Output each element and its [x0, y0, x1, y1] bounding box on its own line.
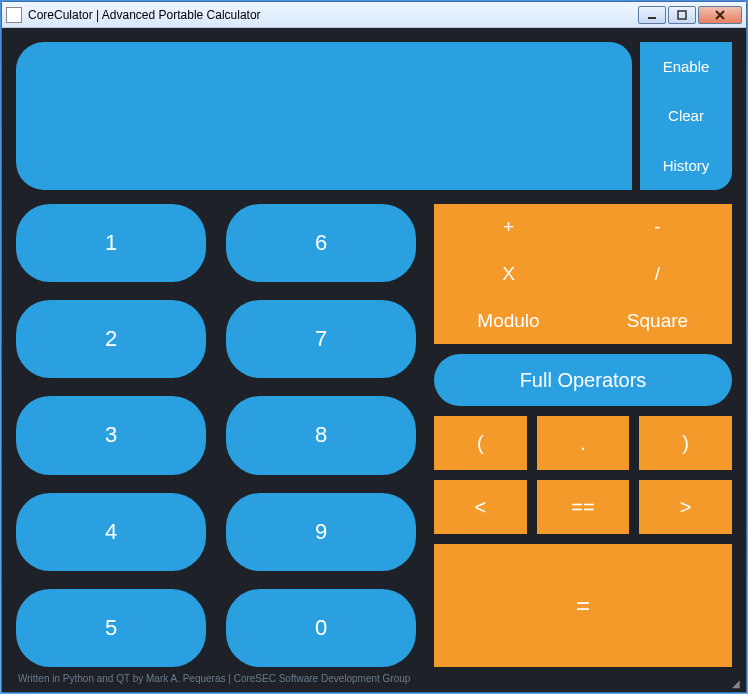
footer-credits: Written in Python and QT by Mark A. Pequ…	[16, 667, 732, 686]
digit-6-button[interactable]: 6	[226, 204, 416, 282]
digit-5-button[interactable]: 5	[16, 589, 206, 667]
minus-button[interactable]: -	[583, 204, 732, 251]
clear-button[interactable]: Clear	[640, 91, 732, 140]
main-area: 1 6 2 7 3 8 4 9 5 0 + - X / Modulo Squar…	[16, 204, 732, 667]
close-icon	[714, 9, 726, 21]
maximize-button[interactable]	[668, 6, 696, 24]
basic-operators-block: + - X / Modulo Square	[434, 204, 732, 344]
modulo-button[interactable]: Modulo	[434, 297, 583, 344]
digit-1-button[interactable]: 1	[16, 204, 206, 282]
svg-rect-0	[648, 17, 656, 19]
open-paren-button[interactable]: (	[434, 416, 527, 470]
digit-4-button[interactable]: 4	[16, 493, 206, 571]
minimize-icon	[647, 10, 657, 20]
display-side-buttons: Enable Clear History	[640, 42, 732, 190]
app-window: CoreCulator | Advanced Portable Calculat…	[1, 1, 747, 693]
less-than-button[interactable]: <	[434, 480, 527, 534]
digit-0-button[interactable]: 0	[226, 589, 416, 667]
numeric-keypad: 1 6 2 7 3 8 4 9 5 0	[16, 204, 416, 667]
close-button[interactable]	[698, 6, 742, 24]
plus-button[interactable]: +	[434, 204, 583, 251]
app-icon	[6, 7, 22, 23]
equals-button[interactable]: =	[434, 544, 732, 667]
titlebar: CoreCulator | Advanced Portable Calculat…	[2, 2, 746, 28]
digit-7-button[interactable]: 7	[226, 300, 416, 378]
history-button[interactable]: History	[640, 141, 732, 190]
dot-button[interactable]: .	[537, 416, 630, 470]
greater-than-button[interactable]: >	[639, 480, 732, 534]
display-row: Enable Clear History	[16, 42, 732, 190]
close-paren-button[interactable]: )	[639, 416, 732, 470]
full-operators-button[interactable]: Full Operators	[434, 354, 732, 406]
operator-panel: + - X / Modulo Square Full Operators ( .…	[434, 204, 732, 667]
minimize-button[interactable]	[638, 6, 666, 24]
digit-8-button[interactable]: 8	[226, 396, 416, 474]
enable-button[interactable]: Enable	[640, 42, 732, 91]
client-area: Enable Clear History 1 6 2 7 3 8 4 9 5 0…	[2, 28, 746, 692]
digit-2-button[interactable]: 2	[16, 300, 206, 378]
digit-9-button[interactable]: 9	[226, 493, 416, 571]
compare-row: < == >	[434, 480, 732, 534]
resize-grip-icon[interactable]: ◢	[732, 678, 744, 690]
paren-row: ( . )	[434, 416, 732, 470]
divide-button[interactable]: /	[583, 251, 732, 298]
multiply-button[interactable]: X	[434, 251, 583, 298]
equals-compare-button[interactable]: ==	[537, 480, 630, 534]
window-title: CoreCulator | Advanced Portable Calculat…	[28, 8, 636, 22]
square-button[interactable]: Square	[583, 297, 732, 344]
digit-3-button[interactable]: 3	[16, 396, 206, 474]
display	[16, 42, 632, 190]
svg-rect-1	[678, 11, 686, 19]
maximize-icon	[677, 10, 687, 20]
